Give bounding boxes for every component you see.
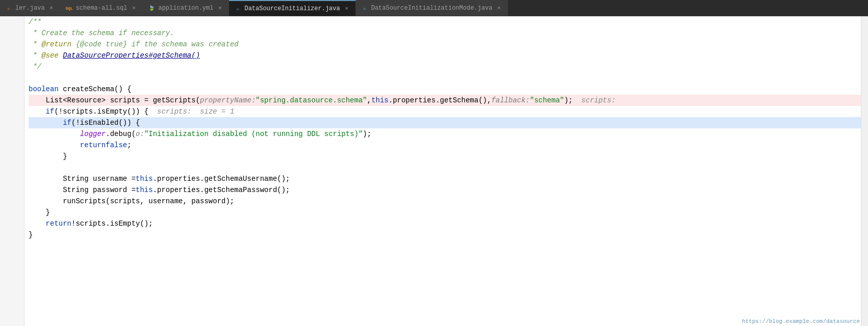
gutter-line-23 <box>0 263 20 274</box>
code-line-comment-1: * Create the schema if necessary. <box>29 28 861 39</box>
tab-close-yml[interactable]: × <box>216 5 223 12</box>
tab-label-handler: ler.java <box>15 5 45 12</box>
gutter-line-13 <box>0 151 20 162</box>
tab-label-schema: schema-all.sql <box>76 5 127 12</box>
code-line-close-inner-if: } <box>29 151 861 162</box>
tab-application-yml[interactable]: 🍃 application.yml × <box>143 0 229 16</box>
code-text: boolean <box>29 84 59 95</box>
code-text <box>29 128 80 140</box>
code-text: .properties.getSchemaPassword(); <box>153 184 290 196</box>
gutter-line-26 <box>0 296 20 308</box>
code-text: * @return {@code true} if the schema was… <box>29 39 239 50</box>
code-line-getscripts: List<Resource> scripts = getScripts( pro… <box>29 95 861 106</box>
code-text: .properties.getSchema(), <box>389 95 492 106</box>
code-text: return <box>80 140 106 151</box>
code-text <box>29 218 46 229</box>
gutter-line-14 <box>0 162 20 173</box>
code-text: /** <box>29 16 41 28</box>
gutter-line-9 <box>0 106 20 117</box>
gutter-line-4 <box>0 50 20 61</box>
status-url-text: https://blog.example.com/datasource <box>742 318 860 324</box>
tab-datasource-initializer[interactable]: ☕ DataSourceInitializer.java × <box>229 0 355 16</box>
code-text: logger <box>80 128 106 140</box>
code-text: .properties.getSchemaUsername(); <box>153 173 290 184</box>
code-text: * Create the schema if necessary. <box>29 28 174 39</box>
code-text <box>29 117 63 128</box>
code-text: } <box>29 151 67 162</box>
gutter-line-25 <box>0 285 20 296</box>
code-hint-o: o: <box>136 128 144 140</box>
code-text: if <box>63 117 71 128</box>
java-init-icon: ☕ <box>234 5 241 12</box>
code-hint-scripts: scripts: <box>581 95 616 106</box>
code-text: "Initialization disabled (not running DD… <box>144 128 363 140</box>
gutter-line-12 <box>0 140 20 151</box>
code-text: this <box>136 173 153 184</box>
code-line-password: String password = this.properties.getSch… <box>29 184 861 196</box>
gutter-line-19 <box>0 218 20 229</box>
tab-schema-sql[interactable]: SQL schema-all.sql × <box>61 0 143 16</box>
code-text: .debug( <box>106 128 136 140</box>
tab-close-schema[interactable]: × <box>130 5 137 12</box>
code-line-comment-open: /** <box>29 16 861 28</box>
sql-file-icon: SQL <box>66 5 73 12</box>
gutter-line-20 <box>0 229 20 240</box>
code-line-comment-close: */ <box>29 61 861 72</box>
line-number-gutter <box>0 16 24 326</box>
tab-bar: ☕ ler.java × SQL schema-all.sql × 🍃 appl… <box>0 0 868 16</box>
code-line-logger: logger.debug( o: "Initialization disable… <box>29 128 861 140</box>
gutter-line-11 <box>0 128 20 140</box>
code-text: , <box>367 95 371 106</box>
gutter-line-24 <box>0 274 20 285</box>
tab-label-init-mode: DataSourceInitializationMode.java <box>371 5 493 12</box>
code-text: List<Resource> scripts = getScripts( <box>29 95 200 106</box>
code-text: "spring.datasource.schema" <box>256 95 367 106</box>
code-text: !scripts.isEmpty(); <box>71 218 153 229</box>
gutter-line-17 <box>0 196 20 207</box>
code-text: runScripts(scripts, username, password); <box>29 196 234 207</box>
tab-handler-java[interactable]: ☕ ler.java × <box>0 0 61 16</box>
gutter-line-3 <box>0 39 20 50</box>
code-line-if-isenabled: if (!isEnabled()) { <box>29 117 861 128</box>
code-text: this <box>136 184 153 196</box>
code-line-close-method: } <box>29 229 861 240</box>
code-text: this <box>371 95 389 106</box>
code-line-method-sig: boolean createSchema() { <box>29 84 861 95</box>
code-line-blank-2 <box>29 162 861 173</box>
tab-close-initializer[interactable]: × <box>343 5 350 12</box>
vertical-scrollbar[interactable] <box>861 16 868 326</box>
code-text: (!isEnabled()) { <box>71 117 140 128</box>
code-line-comment-2: * @return {@code true} if the schema was… <box>29 39 861 50</box>
code-text: String username = <box>29 173 136 184</box>
code-text: } <box>29 229 33 240</box>
code-text: "schema" <box>530 95 564 106</box>
code-line-return-scripts: return !scripts.isEmpty(); <box>29 218 861 229</box>
tab-datasource-init-mode[interactable]: ☕ DataSourceInitializationMode.java × <box>356 0 508 16</box>
code-text: return <box>46 218 71 229</box>
code-line-close-outer-if: } <box>29 207 861 218</box>
editor-container: /** * Create the schema if necessary. * … <box>0 16 868 326</box>
tab-label-yml: application.yml <box>158 5 213 12</box>
tab-close-init-mode[interactable]: × <box>495 5 502 12</box>
gutter-line-18 <box>0 207 20 218</box>
code-line-return-false: return false; <box>29 140 861 151</box>
gutter-line-2 <box>0 28 20 39</box>
gutter-line-7 <box>0 84 20 95</box>
code-text: ); <box>564 95 581 106</box>
java-mode-icon: ☕ <box>361 5 368 12</box>
code-line-comment-3: * @see DataSourceProperties#getSchema() <box>29 50 861 61</box>
code-editor[interactable]: /** * Create the schema if necessary. * … <box>24 16 861 326</box>
gutter-line-21 <box>0 240 20 252</box>
gutter-line-1 <box>0 16 20 28</box>
code-text <box>29 140 80 151</box>
code-text: } <box>29 207 50 218</box>
code-text: ; <box>127 140 131 151</box>
code-line-username: String username = this.properties.getSch… <box>29 173 861 184</box>
java-file-icon: ☕ <box>5 5 12 12</box>
code-text: String password = <box>29 184 136 196</box>
yml-file-icon: 🍃 <box>148 5 155 12</box>
code-line-runscripts: runScripts(scripts, username, password); <box>29 196 861 207</box>
code-text: false <box>106 140 127 151</box>
code-text: if <box>46 106 55 117</box>
tab-close-handler[interactable]: × <box>48 5 55 12</box>
